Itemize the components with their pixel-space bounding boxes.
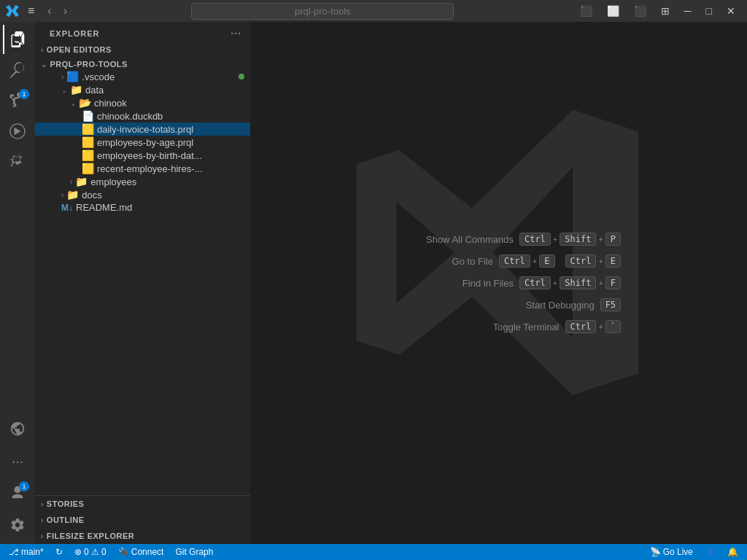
tree-item-chinook-db[interactable]: 📄 chinook.duckdb	[35, 109, 250, 122]
kbd-sep6: +	[598, 279, 603, 287]
go-live-label: Go Live	[663, 547, 693, 557]
find-in-files-row: Find in Files Ctrl + Shift + F	[397, 276, 621, 289]
tree-item-employees-birth[interactable]: 🟨 employees-by-birth-dat...	[35, 149, 250, 162]
sync-button[interactable]: ↻	[53, 547, 66, 557]
vscode-chevron-icon: ›	[61, 73, 63, 81]
hamburger-menu-icon[interactable]: ≡	[25, 1, 37, 20]
status-bar: ⎇ main* ↻ ⊗ 0 ⚠ 0 🔌 Connect Git Graph 📡 …	[0, 544, 747, 560]
activity-run-button[interactable]	[3, 117, 32, 146]
close-button[interactable]: ✕	[721, 4, 741, 18]
git-graph-button[interactable]: Git Graph	[172, 547, 216, 557]
project-label: PRQL-PRO-TOOLS	[50, 60, 128, 69]
editor-area: Show All Commands Ctrl + Shift + P Go to…	[250, 22, 747, 544]
status-left: ⎇ main* ↻ ⊗ 0 ⚠ 0 🔌 Connect Git Graph	[6, 547, 216, 557]
kbd-f: F	[605, 276, 621, 289]
recent-employee-label: recent-employee-hires-...	[97, 163, 203, 174]
tree-item-readme[interactable]: M↓ README.md	[35, 201, 250, 214]
bell-button[interactable]: 🔔	[724, 547, 741, 557]
minimize-button[interactable]: ─	[678, 4, 697, 18]
sidebar-header: EXPLORER ···	[35, 22, 250, 42]
employees-chevron-icon: ›	[70, 178, 72, 186]
activity-source-control-button[interactable]: 1	[3, 86, 32, 115]
db-file-icon: 📄	[82, 110, 94, 122]
tree-item-docs[interactable]: › 📁 docs	[35, 188, 250, 201]
vscode-label: .vscode	[82, 71, 115, 82]
titlebar-right: ⬛ ⬜ ⬛ ⊞ ─ □ ✕	[574, 4, 741, 18]
tree-item-chinook[interactable]: ⌄ 📂 chinook	[35, 96, 250, 109]
prql-file-icon-4: 🟨	[82, 163, 94, 174]
status-right: 📡 Go Live 👤 🔔	[647, 547, 741, 557]
activity-more-button[interactable]: ···	[3, 446, 32, 475]
kbd-backtick: `	[605, 320, 621, 333]
kbd-e: E	[539, 254, 554, 268]
kbd-sep3: +	[533, 257, 537, 265]
activity-settings-button[interactable]	[3, 510, 32, 540]
prql-file-icon-2: 🟨	[82, 136, 94, 148]
open-editors-header[interactable]: › OPEN EDITORS	[35, 44, 250, 55]
docs-label: docs	[82, 190, 101, 201]
employees-folder-icon: 📁	[75, 176, 88, 187]
go-to-file-kbd: Ctrl + E Ctrl + E	[499, 254, 621, 268]
toggle-terminal-label: Toggle Terminal	[443, 322, 560, 332]
git-branch-button[interactable]: ⎇ main*	[6, 547, 47, 557]
vscode-logo-icon	[6, 4, 19, 18]
tree-item-daily-invoice[interactable]: 🟨 daily-invoice-totals.prql	[35, 122, 250, 136]
nav-back-button[interactable]: ‹	[43, 3, 55, 19]
kbd-sep4: +	[598, 257, 603, 265]
chinook-folder-icon: 📂	[79, 97, 91, 109]
activity-accounts-button[interactable]: 1	[3, 478, 32, 508]
tree-item-employees-age[interactable]: 🟨 employees-by-age.prql	[35, 136, 250, 149]
toggle-secondary-sidebar-button[interactable]: ⬛	[628, 4, 652, 18]
kbd-e2: E	[605, 254, 621, 268]
stories-label: STORIES	[47, 499, 85, 508]
kbd-ctrl-4: Ctrl	[519, 276, 551, 289]
sidebar-content: › OPEN EDITORS ⌄ PRQL-PRO-TOOLS › 🟦 .vsc…	[35, 42, 250, 495]
connect-icon: 🔌	[118, 547, 129, 557]
stories-chevron-icon: ›	[41, 500, 44, 508]
nav-forward-button[interactable]: ›	[59, 3, 71, 19]
connect-button[interactable]: 🔌 Connect	[115, 547, 167, 557]
git-branch-label: main*	[21, 547, 44, 557]
find-in-files-kbd: Ctrl + Shift + F	[519, 276, 621, 289]
person-button[interactable]: 👤	[702, 547, 719, 557]
kbd-ctrl-3: Ctrl	[565, 254, 597, 268]
activity-search-button[interactable]	[3, 55, 32, 85]
project-chevron-icon: ⌄	[41, 61, 47, 69]
titlebar: ≡ ‹ › ⬛ ⬜ ⬛ ⊞ ─ □ ✕	[0, 0, 747, 22]
command-search-input[interactable]	[191, 3, 454, 20]
toggle-terminal-kbd: Ctrl + `	[565, 320, 622, 333]
errors-button[interactable]: ⊗ 0 ⚠ 0	[71, 547, 109, 557]
filesize-section-header[interactable]: › FILESIZE EXPLORER	[35, 528, 250, 544]
kbd-p: P	[605, 233, 621, 246]
project-header[interactable]: ⌄ PRQL-PRO-TOOLS	[35, 58, 250, 70]
activity-remote-explorer-button[interactable]	[3, 414, 32, 443]
go-live-button[interactable]: 📡 Go Live	[647, 547, 696, 557]
prql-file-icon-3: 🟨	[82, 149, 94, 161]
main-area: 1 ··· 1 EXPLORER ···	[0, 22, 747, 544]
toggle-panel-button[interactable]: ⬜	[601, 4, 625, 18]
toggle-terminal-row: Toggle Terminal Ctrl + `	[443, 320, 622, 333]
sidebar-title: EXPLORER	[50, 29, 100, 38]
errors-label: ⊗ 0	[74, 547, 89, 557]
kbd-shift2: Shift	[560, 276, 596, 289]
tree-item-recent-employee[interactable]: 🟨 recent-employee-hires-...	[35, 162, 250, 175]
stories-section-header[interactable]: › STORIES	[35, 496, 250, 512]
start-debugging-row: Start Debugging F5	[478, 298, 621, 311]
sidebar-bottom: › STORIES › OUTLINE › FILESIZE EXPLORER	[35, 495, 250, 544]
show-all-commands-row: Show All Commands Ctrl + Shift + P	[397, 233, 621, 246]
tree-item-employees[interactable]: › 📁 employees	[35, 175, 250, 188]
activity-extensions-button[interactable]	[3, 147, 32, 176]
sidebar-header-actions: ···	[231, 28, 241, 39]
toggle-layout-button[interactable]: ⊞	[655, 4, 676, 18]
tree-item-vscode[interactable]: › 🟦 .vscode	[35, 70, 250, 83]
show-all-commands-kbd: Ctrl + Shift + P	[519, 233, 621, 246]
outline-section-header[interactable]: › OUTLINE	[35, 512, 250, 528]
tree-item-data[interactable]: ⌄ 📁 data	[35, 83, 250, 96]
sidebar-more-options-icon[interactable]: ···	[231, 28, 241, 39]
outline-chevron-icon: ›	[41, 516, 44, 524]
filesize-label: FILESIZE EXPLORER	[47, 532, 134, 540]
maximize-button[interactable]: □	[700, 4, 718, 18]
activity-explorer-button[interactable]	[3, 25, 32, 54]
toggle-primary-sidebar-button[interactable]: ⬛	[574, 4, 598, 18]
open-editors-chevron-icon: ›	[41, 46, 44, 54]
